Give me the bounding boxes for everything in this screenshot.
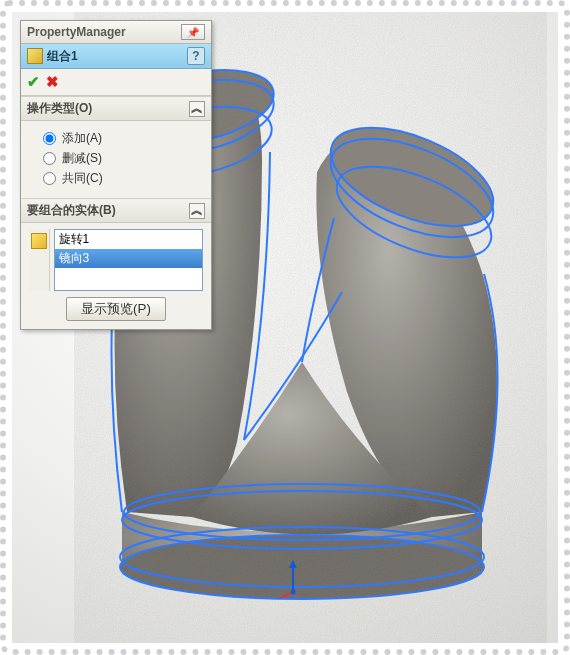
- viewport[interactable]: PropertyManager 📌 组合1 ? ✔ ✖ 操作类型(O) ︽: [12, 12, 558, 643]
- property-manager-panel: PropertyManager 📌 组合1 ? ✔ ✖ 操作类型(O) ︽: [20, 20, 212, 330]
- selection-type-icon-col: [29, 229, 50, 291]
- collapse-icon[interactable]: ︽: [189, 101, 205, 117]
- svg-point-16: [291, 590, 296, 595]
- solid-body-icon: [31, 233, 47, 249]
- radio-add-label: 添加(A): [62, 130, 102, 147]
- group-header-operation[interactable]: 操作类型(O) ︽: [21, 97, 211, 121]
- bodies-selection-list[interactable]: 旋转1 镜向3: [54, 229, 203, 291]
- group-bodies: 要组合的实体(B) ︽ 旋转1 镜向3 显示预览(P): [21, 198, 211, 329]
- radio-common[interactable]: 共同(C): [43, 170, 203, 187]
- radio-add-input[interactable]: [43, 132, 56, 145]
- panel-titlebar: PropertyManager 📌: [21, 21, 211, 44]
- ok-button[interactable]: ✔: [27, 73, 40, 91]
- list-item[interactable]: 旋转1: [55, 230, 202, 249]
- radio-remove-label: 删减(S): [62, 150, 102, 167]
- show-preview-button[interactable]: 显示预览(P): [66, 297, 166, 321]
- feature-name: 组合1: [47, 48, 78, 65]
- group-header-bodies[interactable]: 要组合的实体(B) ︽: [21, 199, 211, 223]
- pin-icon[interactable]: 📌: [181, 24, 205, 40]
- origin-triad[interactable]: [278, 560, 308, 603]
- radio-common-label: 共同(C): [62, 170, 103, 187]
- svg-marker-14: [289, 560, 297, 568]
- confirm-row: ✔ ✖: [21, 69, 211, 96]
- collapse-icon[interactable]: ︽: [189, 203, 205, 219]
- group-operation-type: 操作类型(O) ︽ 添加(A) 删减(S) 共同(C): [21, 96, 211, 198]
- radio-add[interactable]: 添加(A): [43, 130, 203, 147]
- group-header-label: 操作类型(O): [27, 100, 92, 117]
- radio-remove[interactable]: 删减(S): [43, 150, 203, 167]
- feature-icon: [27, 48, 43, 64]
- panel-title: PropertyManager: [27, 25, 126, 39]
- cancel-button[interactable]: ✖: [46, 73, 59, 91]
- radio-common-input[interactable]: [43, 172, 56, 185]
- list-item[interactable]: 镜向3: [55, 249, 202, 268]
- help-button[interactable]: ?: [187, 47, 205, 65]
- radio-remove-input[interactable]: [43, 152, 56, 165]
- group-header-label: 要组合的实体(B): [27, 202, 116, 219]
- feature-header: 组合1 ?: [21, 44, 211, 69]
